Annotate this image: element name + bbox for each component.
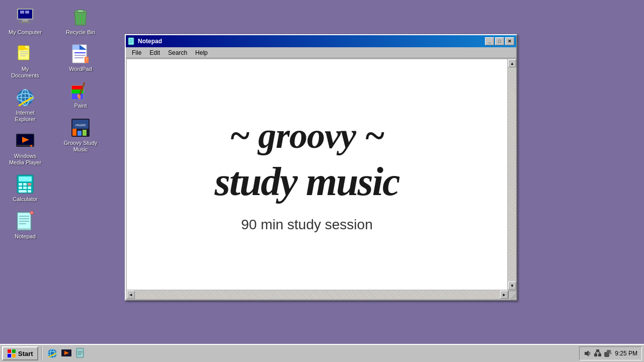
svg-rect-25 (28, 183, 31, 186)
menu-file[interactable]: File (128, 48, 145, 57)
svg-rect-39 (77, 10, 84, 12)
svg-rect-59 (77, 131, 82, 136)
svg-point-90 (610, 352, 612, 354)
notepad-window: Notepad _ □ ✕ File Edit Search Help ~ gr… (125, 34, 517, 301)
notepad-desktop-icon[interactable]: Notepad (5, 209, 45, 242)
clock: 9:25 PM (615, 350, 637, 357)
network-icon[interactable] (594, 349, 602, 357)
internet-explorer-icon[interactable]: Internet Explorer (5, 85, 45, 125)
svg-rect-58 (72, 129, 76, 136)
svg-rect-32 (18, 213, 30, 228)
scroll-right-icon: ► (502, 293, 506, 297)
resize-corner (508, 291, 516, 299)
svg-rect-60 (83, 130, 87, 136)
start-label: Start (18, 350, 33, 357)
scrollbar-horizontal-track[interactable] (135, 291, 500, 299)
desktop-icon-column-1: My Computer My Documents (5, 5, 45, 242)
svg-rect-70 (12, 354, 16, 357)
scroll-down-button[interactable]: ▼ (508, 282, 516, 290)
windows-logo-icon (7, 349, 16, 358)
recycle-bin-icon[interactable]: Recycle Bin (60, 5, 101, 38)
title-bar: Notepad _ □ ✕ (126, 35, 516, 47)
windows-media-player-label: Windows Media Player (7, 153, 43, 166)
my-computer-icon[interactable]: My Computer (5, 5, 45, 38)
groovy-line: ~ groovy ~ (215, 116, 399, 156)
svg-rect-4 (20, 11, 24, 14)
menu-edit[interactable]: Edit (145, 48, 164, 57)
svg-rect-27 (23, 187, 27, 189)
scroll-left-button[interactable]: ◄ (127, 291, 135, 299)
scroll-right-button[interactable]: ► (500, 291, 508, 299)
desktop-icon-column-2: Recycle Bin WordPad (60, 5, 101, 155)
svg-text:music: music (75, 123, 86, 127)
maximize-button[interactable]: □ (495, 37, 504, 45)
minimize-button[interactable]: _ (485, 37, 494, 45)
notepad-title-icon (128, 37, 136, 45)
svg-rect-5 (25, 11, 29, 14)
wordpad-icon[interactable]: WordPad (60, 42, 101, 74)
svg-rect-69 (8, 354, 11, 357)
calculator-icon[interactable]: Calculator (5, 172, 45, 205)
menu-help[interactable]: Help (191, 48, 212, 57)
groovy-study-music-label: Groovy Study Music (62, 140, 99, 153)
svg-rect-37 (30, 211, 33, 214)
svg-rect-89 (607, 350, 611, 353)
scrollbar-horizontal[interactable]: ◄ ► (127, 291, 508, 299)
close-button[interactable]: ✕ (505, 37, 514, 45)
svg-rect-26 (19, 187, 22, 189)
scroll-up-icon: ▲ (510, 61, 514, 66)
start-button[interactable]: Start (2, 346, 38, 360)
scrollbar-vertical-track[interactable] (508, 67, 516, 282)
svg-rect-67 (8, 349, 11, 353)
system-tray-icons (584, 349, 612, 357)
svg-rect-22 (19, 176, 32, 182)
scroll-down-icon: ▼ (510, 284, 514, 288)
taskbar-ie-icon[interactable] (46, 347, 58, 359)
paint-label: Paint (74, 103, 87, 109)
my-documents-label: My Documents (7, 66, 43, 79)
taskbar-notepad-icon[interactable] (74, 347, 87, 359)
taskbar-wmp-icon[interactable] (60, 347, 72, 359)
notepad-text-area[interactable]: ~ groovy ~ study music 90 min study sess… (127, 59, 507, 290)
svg-rect-28 (28, 187, 31, 189)
svg-rect-2 (22, 20, 28, 22)
svg-rect-30 (28, 190, 31, 193)
title-bar-text: Notepad (138, 38, 162, 45)
scrollbar-right[interactable]: ▲ ▼ (508, 59, 516, 290)
svg-rect-87 (596, 349, 599, 351)
windows-media-player-icon[interactable]: Windows Media Player (5, 129, 45, 168)
session-line: 90 min study session (215, 217, 399, 233)
svg-line-65 (513, 295, 517, 299)
scroll-up-button[interactable]: ▲ (508, 59, 516, 67)
menu-search[interactable]: Search (164, 48, 191, 57)
desktop: My Computer My Documents (0, 0, 644, 362)
svg-marker-80 (585, 350, 589, 356)
menu-bar: File Edit Search Help (126, 47, 516, 58)
internet-explorer-label: Internet Explorer (7, 110, 43, 123)
svg-rect-23 (19, 183, 22, 186)
my-computer-label: My Computer (9, 29, 42, 36)
taskbar-separator (41, 346, 42, 360)
svg-rect-68 (12, 349, 16, 353)
taskbar: Start (0, 344, 644, 362)
calculator-label: Calculator (13, 196, 38, 203)
scroll-left-icon: ◄ (129, 293, 133, 297)
system-tray: 9:25 PM (579, 346, 642, 360)
paint-icon[interactable]: Paint (60, 78, 101, 111)
svg-rect-3 (19, 22, 31, 23)
svg-rect-24 (23, 183, 27, 186)
notepad-desktop-label: Notepad (15, 233, 36, 240)
notepad-content-text: ~ groovy ~ study music 90 min study sess… (205, 106, 430, 242)
groovy-study-music-icon[interactable]: music Groovy Study Music (60, 116, 101, 155)
svg-rect-41 (72, 45, 79, 50)
my-documents-icon[interactable]: My Documents (5, 42, 45, 81)
volume-icon[interactable] (584, 349, 592, 357)
recycle-bin-label: Recycle Bin (66, 29, 95, 36)
svg-rect-82 (598, 353, 601, 356)
study-music-line: study music (215, 161, 399, 202)
speaker-icon[interactable] (604, 349, 612, 357)
notepad-content-area: ~ groovy ~ study music 90 min study sess… (126, 58, 516, 299)
svg-rect-29 (19, 190, 27, 193)
svg-point-20 (30, 145, 32, 147)
quick-launch (45, 346, 88, 360)
